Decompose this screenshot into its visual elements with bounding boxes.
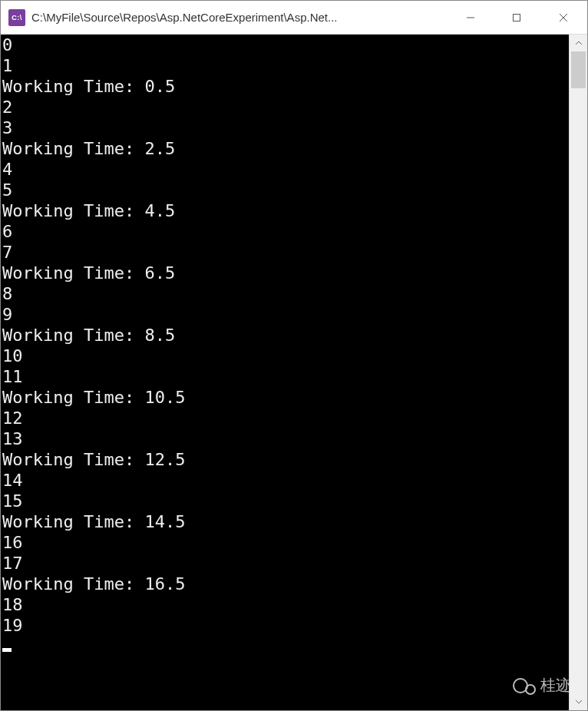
scroll-thumb[interactable] xyxy=(571,51,586,88)
console-line: 17 xyxy=(2,553,569,574)
console-cursor-line xyxy=(2,636,569,656)
console-line: Working Time: 10.5 xyxy=(2,387,569,408)
console-line: Working Time: 12.5 xyxy=(2,449,569,470)
scroll-up-button[interactable] xyxy=(570,35,587,51)
console-line: 0 xyxy=(2,35,569,55)
scrollbar[interactable] xyxy=(569,35,587,710)
window-title: C:\MyFile\Source\Repos\Asp.NetCoreExperi… xyxy=(31,11,448,24)
console-line: 7 xyxy=(2,242,569,263)
console-line: 4 xyxy=(2,159,569,180)
console-line: 6 xyxy=(2,221,569,242)
console-line: 11 xyxy=(2,366,569,387)
console-line: 3 xyxy=(2,117,569,138)
console-line: 9 xyxy=(2,304,569,325)
console-line: 16 xyxy=(2,532,569,553)
console-line: 13 xyxy=(2,428,569,449)
console-line: 2 xyxy=(2,97,569,117)
console-line: Working Time: 14.5 xyxy=(2,511,569,532)
chevron-up-icon xyxy=(575,41,583,45)
close-icon xyxy=(559,13,568,22)
console-line: Working Time: 8.5 xyxy=(2,325,569,346)
cursor xyxy=(2,648,12,652)
console-area: 01Working Time: 0.523Working Time: 2.545… xyxy=(1,35,587,710)
chevron-down-icon xyxy=(575,699,583,704)
console-line: 19 xyxy=(2,615,569,636)
console-line: 12 xyxy=(2,408,569,428)
window-controls xyxy=(448,1,587,34)
console-line: 8 xyxy=(2,283,569,304)
console-line: Working Time: 16.5 xyxy=(2,574,569,594)
scroll-down-button[interactable] xyxy=(570,693,587,710)
console-line: Working Time: 4.5 xyxy=(2,200,569,221)
minimize-icon xyxy=(466,13,475,22)
maximize-button[interactable] xyxy=(494,1,540,34)
maximize-icon xyxy=(512,13,521,22)
console-line: Working Time: 6.5 xyxy=(2,263,569,283)
console-line: 10 xyxy=(2,346,569,366)
console-line: Working Time: 0.5 xyxy=(2,76,569,97)
console-line: 15 xyxy=(2,491,569,511)
minimize-button[interactable] xyxy=(448,1,494,34)
console-line: 14 xyxy=(2,470,569,491)
console-line: 18 xyxy=(2,594,569,615)
console-line: Working Time: 2.5 xyxy=(2,138,569,159)
console-line: 5 xyxy=(2,180,569,200)
console-output[interactable]: 01Working Time: 0.523Working Time: 2.545… xyxy=(1,35,569,710)
console-window: C:\ C:\MyFile\Source\Repos\Asp.NetCoreEx… xyxy=(0,0,588,711)
console-line: 1 xyxy=(2,55,569,76)
close-button[interactable] xyxy=(540,1,587,34)
titlebar[interactable]: C:\ C:\MyFile\Source\Repos\Asp.NetCoreEx… xyxy=(1,1,587,35)
svg-rect-1 xyxy=(514,14,520,21)
app-icon: C:\ xyxy=(8,9,25,26)
